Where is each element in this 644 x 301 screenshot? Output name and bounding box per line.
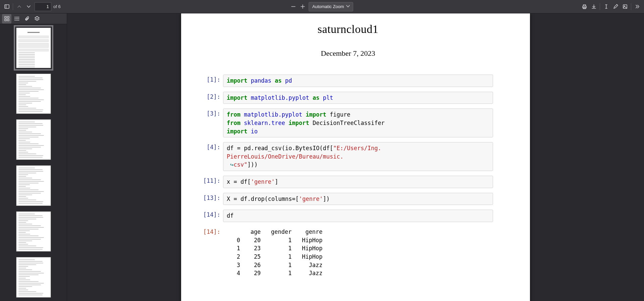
toggle-sidebar-button[interactable] [2,2,11,11]
zoom-in-button[interactable] [298,2,307,11]
cell-prompt: [3]: [203,109,223,117]
printer-icon [582,4,587,9]
thumbnail-page-4[interactable] [16,165,51,206]
svg-rect-6 [583,5,586,6]
svg-rect-10 [5,16,6,18]
dataframe-output: age gender genre 0 20 1 HipHop 1 23 1 Hi… [223,227,493,277]
code-cell: [3]:from matplotlib.pyplot import figure… [203,109,493,137]
chevrons-right-icon [635,4,640,9]
next-page-button[interactable] [24,2,33,11]
thumbnails-view-button[interactable] [2,14,11,24]
text-tool-button[interactable] [601,2,611,11]
thumbnail-page-6[interactable] [16,257,51,298]
thumbnail-page-5[interactable] [16,211,51,252]
svg-rect-13 [7,19,9,21]
download-icon [591,4,597,9]
code-box: X = df.drop(columns=['genre']) [223,193,493,205]
code-box: import matplotlib.pyplot as plt [223,92,493,104]
code-cell: [1]:import pandas as pd [203,75,493,87]
image-icon [622,4,628,9]
plus-icon [300,4,306,9]
zoom-select-label: Automatic Zoom [312,4,344,9]
draw-tool-button[interactable] [611,2,620,11]
sidebar [0,13,67,301]
svg-rect-12 [5,19,6,21]
cell-prompt: [2]: [203,92,223,100]
code-box: import pandas as pd [223,75,493,87]
zoom-select[interactable]: Automatic Zoom [309,2,353,11]
minus-icon [290,4,296,9]
layers-icon [34,16,40,22]
code-box: df = pd.read_csv(io.BytesIO(df["E:/Users… [223,142,493,171]
code-box: x = df['genre'] [223,176,493,188]
thumbnail-page-2[interactable] [16,74,51,114]
output-cell: [14]: age gender genre 0 20 1 HipHop 1 2… [203,227,493,277]
code-cell: [14]:df [203,210,493,222]
pdf-toolbar: of 6 Automatic Zoom [0,0,644,13]
page-count-label: of 6 [53,4,61,9]
pdf-page: saturncloud1 December 7, 2023 [1]:import… [181,13,530,301]
sidebar-icon [4,4,10,9]
code-cell: [11]:x = df['genre'] [203,176,493,188]
grid-icon [4,16,10,22]
code-box: df [223,210,493,222]
pencil-icon [613,4,619,9]
code-box: from matplotlib.pyplot import figure fro… [223,109,493,137]
chevron-down-icon [26,4,32,9]
text-cursor-icon [603,4,609,9]
chevron-up-icon [16,4,22,9]
layers-view-button[interactable] [32,14,42,24]
zoom-out-button[interactable] [288,2,298,11]
cell-prompt: [14]: [203,210,223,218]
list-icon [14,16,20,22]
download-button[interactable] [589,2,598,11]
cell-prompt: [11]: [203,176,223,184]
svg-rect-0 [5,5,9,8]
separator [13,3,13,10]
prev-page-button[interactable] [14,2,24,11]
svg-point-19 [15,20,15,20]
svg-marker-20 [35,16,39,19]
separator [631,3,631,10]
cell-prompt: [4]: [203,142,223,150]
thumbnail-list[interactable] [0,24,67,301]
thumbnail-page-3[interactable] [16,119,51,160]
pdf-viewer[interactable]: saturncloud1 December 7, 2023 [1]:import… [67,13,644,301]
cell-prompt: [1]: [203,75,223,83]
chevron-down-icon [345,3,351,10]
thumbnail-page-1[interactable] [16,28,51,68]
separator [600,3,600,10]
cell-prompt: [13]: [203,193,223,201]
tools-menu-button[interactable] [633,2,642,11]
document-title: saturncloud1 [203,23,493,36]
sidebar-toolbar [0,13,67,24]
print-button[interactable] [580,2,589,11]
output-prompt: [14]: [203,227,223,235]
svg-point-17 [15,17,15,17]
code-cell: [4]:df = pd.read_csv(io.BytesIO(df["E:/U… [203,142,493,171]
paperclip-icon [24,16,30,22]
attachments-view-button[interactable] [22,14,32,24]
page-number-input[interactable] [35,2,51,11]
outline-view-button[interactable] [12,14,21,24]
document-date: December 7, 2023 [203,49,493,58]
code-cell: [2]:import matplotlib.pyplot as plt [203,92,493,104]
code-cell: [13]:X = df.drop(columns=['genre']) [203,193,493,205]
highlight-tool-button[interactable] [620,2,630,11]
svg-rect-11 [7,16,9,18]
svg-point-18 [15,18,15,19]
